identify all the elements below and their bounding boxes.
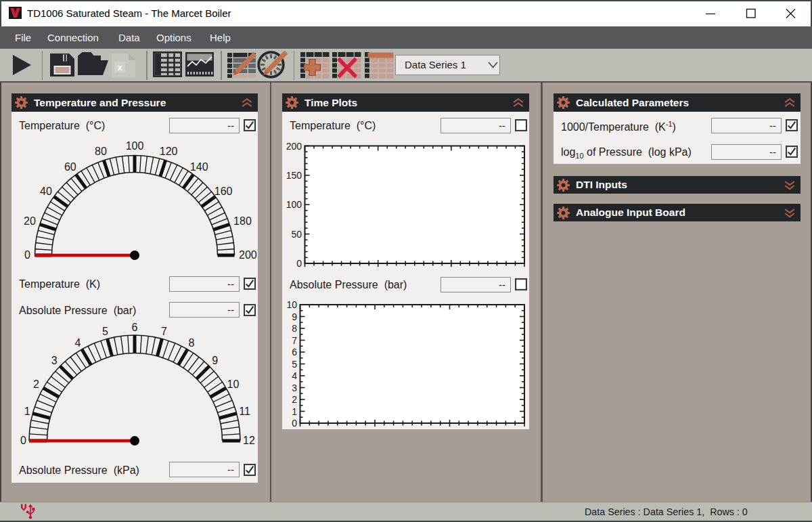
svg-text:1: 1: [292, 406, 297, 417]
svg-text:x: x: [117, 62, 122, 72]
svg-text:140: 140: [190, 161, 208, 173]
svg-text:20: 20: [24, 215, 36, 227]
svg-text:6: 6: [292, 347, 297, 357]
svg-text:2: 2: [33, 378, 39, 390]
svg-text:40: 40: [40, 186, 52, 197]
svg-text:8: 8: [189, 337, 195, 349]
svg-text:0: 0: [296, 258, 302, 269]
svg-text:2: 2: [292, 394, 297, 405]
svg-text:10: 10: [286, 299, 297, 310]
svg-text:5: 5: [102, 326, 108, 337]
svg-text:4: 4: [292, 370, 297, 381]
svg-text:160: 160: [215, 186, 233, 197]
svg-text:60: 60: [64, 161, 76, 173]
svg-text:7: 7: [161, 326, 167, 337]
svg-text:180: 180: [233, 215, 252, 227]
svg-text:100: 100: [286, 199, 302, 210]
svg-text:11: 11: [239, 406, 250, 417]
svg-text:100: 100: [126, 140, 144, 152]
svg-text:0: 0: [24, 249, 30, 261]
svg-text:5: 5: [292, 359, 297, 370]
svg-text:3: 3: [51, 355, 58, 366]
svg-text:1: 1: [24, 406, 30, 417]
svg-text:150: 150: [286, 170, 302, 181]
svg-text:200: 200: [239, 249, 257, 261]
svg-text:3: 3: [292, 383, 297, 393]
svg-text:7: 7: [292, 335, 297, 346]
svg-text:0: 0: [20, 435, 26, 446]
svg-text:8: 8: [292, 323, 297, 334]
svg-text:12: 12: [243, 435, 255, 446]
svg-text:50: 50: [291, 229, 302, 240]
svg-text:9: 9: [212, 355, 218, 366]
svg-text:0: 0: [292, 418, 297, 429]
svg-text:120: 120: [160, 146, 178, 157]
svg-text:200: 200: [286, 141, 302, 152]
svg-text:9: 9: [292, 311, 297, 322]
svg-text:10: 10: [227, 378, 240, 390]
svg-text:80: 80: [95, 146, 107, 157]
svg-text:4: 4: [75, 337, 81, 349]
svg-text:6: 6: [132, 322, 138, 333]
